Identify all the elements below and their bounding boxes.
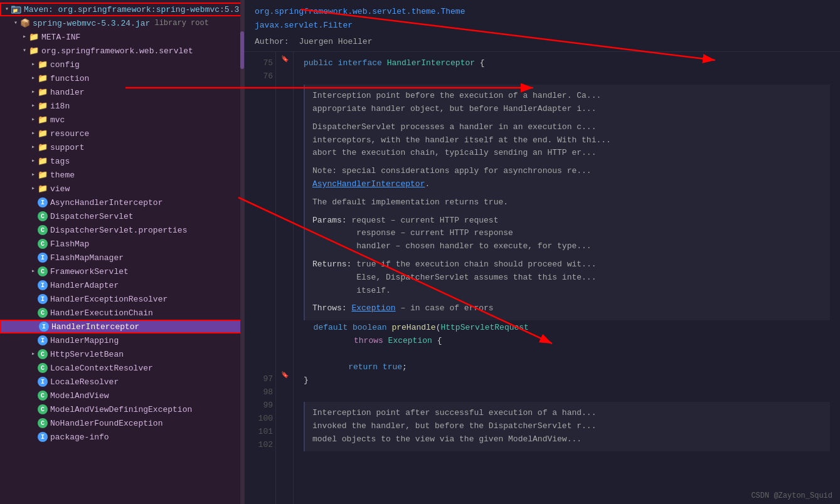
resource-item[interactable]: 📁 resource: [0, 127, 244, 140]
doc-p5: abort the execution chain, typically sen…: [312, 147, 822, 160]
keyword-public: public: [304, 57, 338, 70]
folder-icon: 📁: [38, 87, 48, 97]
code-view-panel: org.springframework.web.servlet.theme.Th…: [245, 0, 840, 504]
doc-params-response: response – current HTTP response: [312, 227, 822, 240]
framework-servlet-item[interactable]: C FrameworkServlet: [0, 265, 244, 278]
dispatcher-servlet-item[interactable]: C DispatcherServlet: [0, 209, 244, 223]
meta-inf-item[interactable]: 📁 META-INF: [0, 30, 244, 44]
dispatcher-props-item[interactable]: C DispatcherServlet.properties: [0, 223, 244, 237]
package-info-item[interactable]: I package-info: [0, 430, 244, 444]
item-label: HandlerMapping: [50, 336, 119, 345]
folder-icon: 📁: [29, 46, 39, 56]
class-icon: C: [38, 266, 48, 276]
scrollbar-track: [240, 0, 244, 504]
main-content-area: 75 76: [245, 52, 840, 504]
item-label: mvc: [50, 115, 65, 125]
item-label: handler: [50, 88, 85, 97]
locale-resolver-item[interactable]: I LocaleResolver: [0, 375, 244, 389]
class-name: HandlerInterceptor: [387, 57, 475, 70]
doc-spacer: [312, 191, 822, 196]
class-icon: C: [38, 239, 48, 249]
folder-icon: 📁: [38, 170, 48, 180]
author-label: Author:: [255, 37, 289, 46]
mvc-item[interactable]: 📁 mvc: [0, 113, 244, 127]
interface-icon: I: [38, 253, 48, 263]
code-content: public interface HandlerInterceptor { In…: [294, 52, 840, 504]
author-line: Author: Juergen Hoeller: [255, 35, 830, 49]
doc-spacer: [312, 253, 822, 258]
http-servlet-bean-item[interactable]: C HttpServletBean: [0, 347, 244, 361]
item-label: FrameworkServlet: [50, 267, 129, 276]
folder-icon: 📁: [38, 184, 48, 194]
item-label: FlashMap: [50, 239, 89, 249]
jar-suffix: library root: [150, 19, 209, 28]
item-label: HandlerExecutionChain: [50, 308, 153, 318]
doc-spacer: [312, 209, 822, 214]
folder-icon: 📁: [38, 60, 48, 70]
doc2-p2: invoked the handler, but before the Disp…: [312, 420, 822, 433]
tree-arrow: [29, 74, 38, 83]
async-handler-item[interactable]: I AsyncHandlerInterceptor: [0, 196, 244, 209]
theme-item[interactable]: 📁 theme: [0, 168, 244, 182]
tree-arrow: [11, 19, 20, 28]
handler-exception-item[interactable]: I HandlerExceptionResolver: [0, 292, 244, 306]
function-item[interactable]: 📁 function: [0, 71, 244, 85]
root-label: Maven: org.springframework:spring-webmvc…: [24, 5, 245, 14]
import-text-1: org.springframework.web.servlet.theme.Th…: [255, 7, 465, 16]
spring-jar-item[interactable]: 📦 spring-webmvc-5.3.24.jar library root: [0, 16, 244, 30]
exception-link[interactable]: Exception: [351, 303, 395, 313]
handler-item[interactable]: 📁 handler: [0, 85, 244, 99]
doc-p2: appropriate handler object, but before H…: [312, 103, 822, 116]
org-servlet-item[interactable]: 📁 org.springframework.web.servlet: [0, 44, 244, 58]
handler-interceptor-item[interactable]: I HandlerInterceptor: [0, 320, 244, 333]
support-item[interactable]: 📁 support: [0, 140, 244, 154]
tree-arrow: [29, 129, 38, 138]
class-icon: C: [38, 363, 48, 373]
doc-imports-section: org.springframework.web.servlet.theme.Th…: [245, 0, 840, 52]
item-label: DispatcherServlet: [50, 212, 134, 221]
code-line-100: return true ;: [304, 361, 830, 374]
flashmap-manager-item[interactable]: I FlashMapManager: [0, 251, 244, 265]
tree-arrow: [20, 46, 29, 55]
item-label: HandlerExceptionResolver: [50, 295, 167, 304]
tags-item[interactable]: 📁 tags: [0, 154, 244, 168]
item-label: HttpServletBean: [50, 350, 124, 359]
handler-execution-chain-item[interactable]: C HandlerExecutionChain: [0, 306, 244, 320]
tree-arrow: [29, 102, 38, 110]
doc-default: The default implementation returns true.: [312, 196, 822, 209]
flashmap-item[interactable]: C FlashMap: [0, 237, 244, 251]
view-item[interactable]: 📁 view: [0, 182, 244, 196]
indent: [304, 335, 354, 348]
async-handler-link[interactable]: AsyncHandlerInterceptor: [312, 179, 425, 189]
doc-p6: Note: special considerations apply for a…: [312, 165, 822, 178]
doc-link-line: AsyncHandlerInterceptor.: [312, 178, 822, 191]
svg-text:📁: 📁: [13, 8, 18, 13]
keyword-interface: interface: [338, 57, 387, 70]
handler-adapter-item[interactable]: I HandlerAdapter: [0, 278, 244, 292]
code-line-102: [304, 387, 830, 401]
code-line-76: [304, 70, 830, 83]
param-type: HttpServletRequest: [440, 322, 528, 335]
handler-mapping-item[interactable]: I HandlerMapping: [0, 333, 244, 347]
class-icon: C: [38, 418, 48, 428]
code-line-98: throws Exception {: [304, 335, 830, 348]
model-and-view-item[interactable]: C ModelAndView: [0, 389, 244, 402]
i18n-item[interactable]: 📁 i18n: [0, 99, 244, 113]
scrollbar-thumb[interactable]: [240, 31, 244, 69]
item-label: HandlerAdapter: [50, 281, 119, 290]
interface-icon: I: [38, 377, 48, 387]
item-label: HandlerInterceptor: [51, 322, 139, 332]
no-handler-found-item[interactable]: C NoHandlerFoundException: [0, 416, 244, 430]
item-label: theme: [50, 171, 75, 180]
tree-arrow: [3, 5, 11, 14]
config-item[interactable]: 📁 config: [0, 58, 244, 71]
model-and-view-exception-item[interactable]: C ModelAndViewDefiningException: [0, 402, 244, 416]
import-text-2: javax.servlet.Filter: [255, 21, 353, 30]
doc-params-handler: handler – chosen handler to execute, for…: [312, 240, 822, 253]
interface-icon: I: [38, 294, 48, 304]
locale-context-resolver-item[interactable]: C LocaleContextResolver: [0, 361, 244, 375]
tree-root-item[interactable]: 📁 Maven: org.springframework:spring-webm…: [0, 3, 244, 16]
paren: (: [436, 322, 441, 335]
doc-params-header: Params: request – current HTTP request: [312, 214, 822, 228]
gutter: 🔖 🔖: [276, 52, 294, 504]
